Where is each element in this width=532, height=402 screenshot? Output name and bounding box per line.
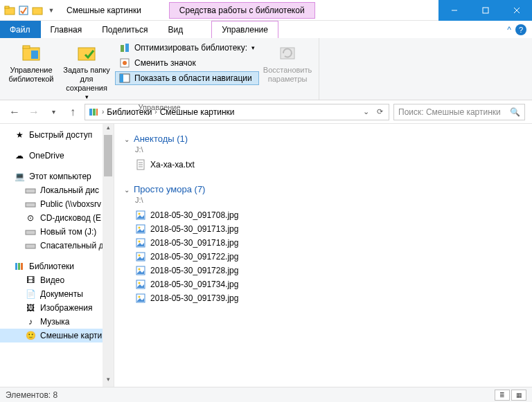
file-name: 2018-05-30_091739.jpg — [150, 293, 238, 303]
drive-icon — [25, 185, 36, 196]
svg-rect-24 — [26, 230, 35, 235]
qat-dropdown-icon[interactable]: ▼ — [46, 5, 57, 16]
breadcrumb[interactable]: › Библиотеки › Смешные картинки ⌄ ⟳ — [85, 104, 389, 120]
help-icon[interactable]: ? — [515, 24, 526, 35]
change-icon-button[interactable]: Сменить значок — [115, 56, 259, 70]
svg-rect-26 — [15, 263, 17, 270]
sidebar-item-quick-access[interactable]: ★Быстрый доступ — [0, 128, 114, 142]
quick-access-toolbar: ▼ — [0, 5, 61, 16]
sidebar-item-local-disk[interactable]: Локальный дис — [0, 183, 114, 197]
window-title: Смешные картинки — [66, 6, 141, 15]
sidebar-item-new-volume[interactable]: Новый том (J:) — [0, 225, 114, 239]
close-button[interactable] — [501, 0, 532, 21]
group-header[interactable]: ⌄ Анектоды (1) — [124, 134, 522, 144]
sidebar-item-libraries[interactable]: Библиотеки — [0, 259, 114, 273]
sidebar-item-this-pc[interactable]: 💻Этот компьютер — [0, 170, 114, 183]
file-item[interactable]: Ха-ха-ха.txt — [124, 158, 522, 172]
file-item[interactable]: 2018-05-30_091734.jpg — [124, 277, 522, 291]
file-name: 2018-05-30_091718.jpg — [150, 238, 238, 248]
ribbon-group-manage: Управление библиотекой Задать папку для … — [0, 38, 319, 100]
forward-button[interactable]: → — [26, 104, 42, 120]
drive-icon — [25, 226, 36, 237]
file-item[interactable]: 2018-05-30_091718.jpg — [124, 236, 522, 250]
svg-rect-27 — [18, 263, 20, 270]
sidebar-item-music[interactable]: ♪Музыка — [0, 315, 114, 329]
window-controls — [438, 0, 532, 21]
sidebar-label: Изображения — [40, 303, 92, 313]
tab-file[interactable]: Файл — [0, 21, 41, 38]
search-input[interactable]: Поиск: Смешные картинки 🔍 — [393, 104, 525, 120]
sidebar-item-funny-pictures[interactable]: 🙂Смешные карти — [0, 329, 114, 342]
view-thumbnails-button[interactable]: ▦ — [511, 390, 526, 401]
images-icon: 🖼 — [25, 302, 36, 313]
sidebar-label: OneDrive — [29, 151, 64, 161]
restore-settings-button[interactable]: Восстановить параметры — [260, 41, 314, 85]
chevron-right-icon[interactable]: › — [102, 108, 104, 116]
svg-rect-12 — [121, 45, 124, 52]
txt-file-icon — [135, 159, 146, 170]
jpg-file-icon — [135, 237, 146, 248]
svg-rect-13 — [125, 44, 129, 52]
collapse-icon[interactable]: ⌄ — [124, 186, 130, 194]
group-path: J:\ — [135, 145, 522, 154]
status-bar: Элементов: 8 ≣ ▦ — [0, 387, 532, 402]
sidebar-item-images[interactable]: 🖼Изображения — [0, 301, 114, 315]
file-list-pane[interactable]: ⌄ Анектоды (1) J:\ Ха-ха-ха.txt ⌄ Просто… — [114, 124, 532, 387]
sidebar-label: Этот компьютер — [29, 172, 91, 181]
file-item[interactable]: 2018-05-30_091708.jpg — [124, 208, 522, 222]
tab-share[interactable]: Поделиться — [92, 21, 158, 38]
sidebar-label: Документы — [40, 289, 83, 299]
content-area: ★Быстрый доступ ☁OneDrive 💻Этот компьюте… — [0, 124, 532, 387]
breadcrumb-current[interactable]: Смешные картинки — [160, 107, 235, 117]
maximize-button[interactable] — [470, 0, 501, 21]
manage-library-button[interactable]: Управление библиотекой — [4, 41, 58, 85]
sidebar-scrollbar[interactable]: ▴ ▾ — [103, 124, 114, 387]
up-button[interactable]: ↑ — [65, 104, 80, 120]
view-details-button[interactable]: ≣ — [495, 390, 510, 401]
minimize-button[interactable] — [438, 0, 470, 21]
refresh-button[interactable]: ⟳ — [373, 107, 386, 116]
ribbon: Управление библиотекой Задать папку для … — [0, 38, 532, 100]
recent-dropdown[interactable]: ▾ — [46, 104, 61, 120]
sidebar-item-cd[interactable]: ⊙CD-дисковод (E — [0, 211, 114, 225]
sidebar-item-documents[interactable]: 📄Документы — [0, 287, 114, 301]
ribbon-collapse-icon[interactable]: ^ — [507, 25, 511, 35]
dropdown-icon: ▾ — [85, 93, 89, 101]
contextual-tab-title: Средства работы с библиотекой — [169, 2, 315, 19]
show-in-nav-button[interactable]: Показать в области навигации — [115, 71, 259, 85]
sidebar-item-onedrive[interactable]: ☁OneDrive — [0, 149, 114, 163]
breadcrumb-root[interactable]: Библиотеки — [107, 107, 152, 117]
tab-manage[interactable]: Управление — [211, 21, 278, 38]
file-item[interactable]: 2018-05-30_091739.jpg — [124, 291, 522, 305]
navigation-bar: ← → ▾ ↑ › Библиотеки › Смешные картинки … — [0, 100, 532, 124]
sidebar-label: Быстрый доступ — [29, 130, 92, 140]
file-item[interactable]: 2018-05-30_091728.jpg — [124, 264, 522, 277]
back-button[interactable]: ← — [7, 104, 22, 120]
qat-properties-icon[interactable] — [18, 5, 29, 16]
collapse-icon[interactable]: ⌄ — [124, 136, 130, 143]
group-title: Анектоды (1) — [134, 134, 188, 144]
qat-new-folder-icon[interactable] — [32, 5, 43, 16]
optimize-library-button[interactable]: Оптимизировать библиотеку: ▾ — [115, 41, 259, 55]
svg-point-44 — [139, 282, 141, 284]
star-icon: ★ — [14, 129, 25, 140]
file-item[interactable]: 2018-05-30_091722.jpg — [124, 250, 522, 264]
sidebar-item-rescue[interactable]: Спасательный д — [0, 239, 114, 253]
set-save-folder-label: Задать папку для сохранения — [61, 66, 112, 93]
file-item[interactable]: 2018-05-30_091713.jpg — [124, 222, 522, 236]
set-save-folder-button[interactable]: Задать папку для сохранения ▾ — [60, 41, 114, 102]
sidebar-item-public[interactable]: Public (\\vboxsrv — [0, 197, 114, 211]
breadcrumb-dropdown[interactable]: ⌄ — [360, 107, 372, 116]
pc-icon: 💻 — [14, 171, 25, 182]
group-header[interactable]: ⌄ Просто умора (7) — [124, 184, 522, 194]
optimize-icon — [119, 42, 130, 53]
cloud-icon: ☁ — [14, 150, 25, 161]
navigation-pane[interactable]: ★Быстрый доступ ☁OneDrive 💻Этот компьюте… — [0, 124, 114, 387]
sidebar-item-video[interactable]: 🎞Видео — [0, 273, 114, 287]
drive-icon — [25, 240, 36, 251]
chevron-right-icon[interactable]: › — [154, 108, 157, 116]
svg-rect-28 — [21, 263, 23, 270]
tab-view[interactable]: Вид — [158, 21, 193, 38]
tab-home[interactable]: Главная — [41, 21, 93, 38]
navpane-icon — [119, 73, 130, 84]
